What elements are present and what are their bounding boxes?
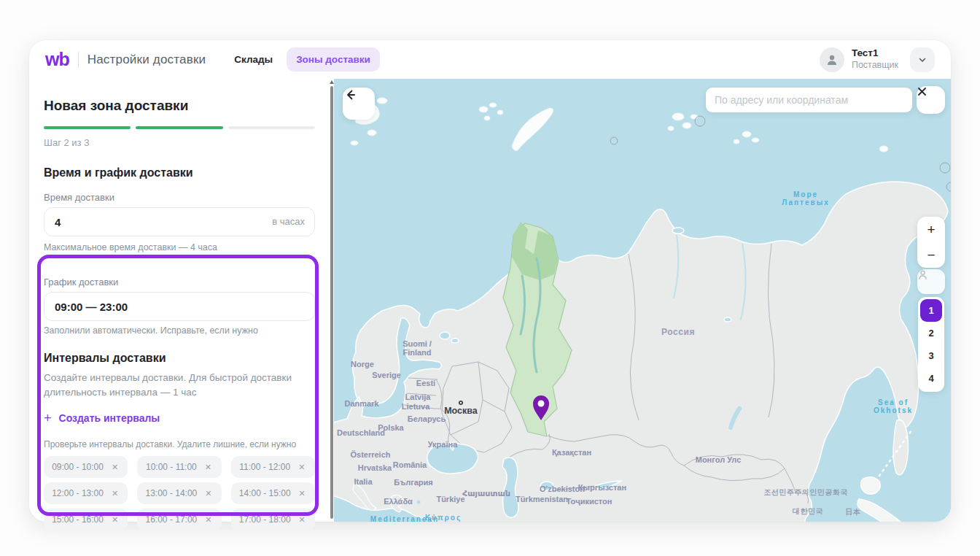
delivery-time-label: Время доставки	[44, 192, 315, 203]
zoom-controls: + −	[917, 217, 945, 268]
zone-number-list: 1 2 3 4	[918, 297, 944, 392]
tab-warehouses[interactable]: Склады	[225, 47, 282, 72]
avatar[interactable]	[820, 47, 844, 72]
close-button[interactable]	[917, 86, 945, 114]
zone-item-2[interactable]: 2	[920, 322, 942, 344]
search-input[interactable]	[706, 88, 912, 112]
zone-wizard-panel: Новая зона доставки Шаг 2 из 3 Время и г…	[29, 79, 330, 522]
step-progress	[44, 126, 315, 129]
remove-interval-icon[interactable]: ✕	[297, 462, 306, 473]
progress-segment	[136, 126, 222, 129]
page-title: Настройки доставки	[88, 53, 206, 67]
chevron-down-icon	[917, 55, 928, 65]
user-name: Тест1	[852, 47, 898, 60]
wb-logo: wb	[45, 49, 69, 70]
interval-chip: 12:00 - 13:00✕	[44, 482, 128, 504]
close-icon	[917, 86, 928, 97]
scrollbar-thumb[interactable]	[330, 86, 333, 519]
interval-chip: 10:00 - 11:00✕	[137, 456, 221, 478]
intervals-check-hint: Проверьте интервалы доставки. Удалите ли…	[44, 439, 315, 449]
create-intervals-label: Создать интервалы	[59, 412, 160, 424]
interval-chip: 15:00 - 16:00✕	[44, 509, 128, 530]
interval-chip-label: 09:00 - 10:00	[52, 462, 104, 472]
delivery-time-suffix: в часах	[272, 216, 305, 227]
plus-icon: +	[44, 412, 52, 425]
interval-chip-label: 16:00 - 17:00	[146, 514, 198, 525]
remove-interval-icon[interactable]: ✕	[110, 462, 120, 473]
step-label: Шаг 2 из 3	[44, 137, 315, 148]
user-menu-button[interactable]	[910, 47, 935, 72]
interval-chips: 09:00 - 10:00✕ 10:00 - 11:00✕ 11:00 - 12…	[44, 456, 315, 530]
zoom-out-button[interactable]: −	[917, 242, 945, 268]
zoom-in-button[interactable]: +	[917, 217, 945, 242]
remove-interval-icon[interactable]: ✕	[298, 514, 307, 525]
logo-divider	[78, 52, 79, 68]
interval-chip-label: 10:00 - 11:00	[146, 462, 197, 472]
interval-chip-label: 11:00 - 12:00	[239, 462, 290, 472]
progress-segment	[44, 126, 131, 129]
zone-item-1[interactable]: 1	[920, 299, 942, 322]
schedule-helper: Заполнили автоматически. Исправьте, если…	[44, 325, 315, 336]
interval-chip: 13:00 - 14:00✕	[137, 482, 221, 504]
geolocation-button[interactable]	[917, 269, 945, 294]
person-icon	[917, 269, 928, 280]
interval-chip-label: 13:00 - 14:00	[146, 488, 198, 498]
zone-item-3[interactable]: 3	[920, 344, 942, 367]
map-canvas[interactable]: NorgeSverigeSuomi / FinlandEestiLatvijaL…	[334, 79, 951, 522]
progress-segment	[228, 126, 315, 129]
remove-interval-icon[interactable]: ✕	[110, 488, 120, 499]
header: wb Настройки доставки Склады Зоны достав…	[29, 40, 951, 79]
interval-chip: 11:00 - 12:00✕	[231, 456, 315, 478]
intervals-title: Интервалы доставки	[44, 352, 315, 365]
interval-chip: 09:00 - 10:00✕	[44, 456, 128, 478]
interval-chip: 14:00 - 15:00✕	[231, 482, 315, 504]
tab-delivery-zones[interactable]: Зоны доставки	[287, 47, 380, 72]
remove-interval-icon[interactable]: ✕	[298, 488, 307, 499]
delivery-time-helper: Максимальное время доставки — 4 часа	[44, 242, 315, 252]
user-info: Тест1 Поставщик	[852, 47, 898, 72]
zone-item-4[interactable]: 4	[920, 367, 942, 390]
panel-title: Новая зона доставки	[44, 98, 315, 114]
interval-chip-label: 12:00 - 13:00	[52, 488, 104, 498]
intervals-description: Создайте интервалы доставки. Для быстрой…	[44, 371, 306, 399]
interval-chip: 17:00 - 18:00✕	[231, 509, 315, 530]
app-window: wb Настройки доставки Склады Зоны достав…	[29, 40, 951, 522]
create-intervals-button[interactable]: + Создать интервалы	[44, 412, 315, 425]
interval-chip-label: 15:00 - 16:00	[52, 514, 104, 525]
map-graphic	[334, 79, 951, 522]
arrow-left-icon	[343, 88, 357, 102]
user-role: Поставщик	[852, 60, 898, 72]
remove-interval-icon[interactable]: ✕	[203, 514, 213, 525]
interval-chip-label: 17:00 - 18:00	[239, 514, 291, 525]
interval-chip-label: 14:00 - 15:00	[239, 488, 291, 498]
schedule-label: График доставки	[44, 277, 315, 287]
section-title: Время и график доставки	[44, 166, 315, 179]
interval-chip: 16:00 - 17:00✕	[137, 509, 221, 530]
remove-interval-icon[interactable]: ✕	[110, 514, 120, 525]
schedule-input[interactable]	[44, 292, 315, 321]
nav-tabs: Склады Зоны доставки	[225, 47, 380, 72]
remove-interval-icon[interactable]: ✕	[203, 488, 213, 499]
remove-interval-icon[interactable]: ✕	[203, 462, 213, 473]
user-icon	[825, 53, 839, 66]
back-button[interactable]	[343, 88, 375, 120]
